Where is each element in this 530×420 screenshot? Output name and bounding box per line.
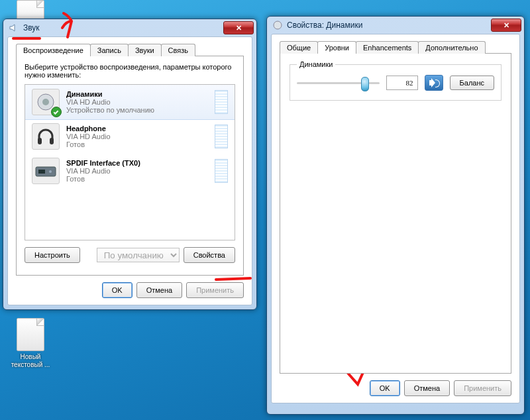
speaker-icon (9, 23, 19, 33)
speaker-unmuted-icon (429, 78, 439, 87)
tab-row: Общие Уровни Enhancements Дополнительно (280, 41, 511, 54)
tab-playback[interactable]: Воспроизведение (16, 44, 91, 56)
titlebar[interactable]: Звук ✕ (3, 19, 256, 36)
tab-sounds[interactable]: Звуки (128, 44, 162, 56)
file-icon (17, 318, 44, 351)
cancel-button[interactable]: Отмена (136, 282, 182, 298)
device-status: Готов (66, 175, 208, 183)
device-driver: VIA HD Audio (66, 132, 208, 140)
titlebar[interactable]: Свойства: Динамики ✕ (267, 17, 524, 34)
svg-point-7 (274, 21, 282, 29)
speakers-level-group: Динамики Баланс (290, 60, 502, 101)
apply-button[interactable]: Применить (454, 380, 511, 396)
device-name: Динамики (66, 90, 208, 98)
level-meter (215, 90, 228, 114)
spdif-device-icon (32, 158, 60, 184)
tab-recording[interactable]: Запись (90, 44, 129, 56)
tab-advanced[interactable]: Дополнительно (418, 41, 485, 54)
level-meter (215, 125, 228, 148)
speaker-icon (272, 20, 283, 30)
group-label: Динамики (297, 60, 335, 68)
default-check-icon (51, 107, 62, 117)
ok-button[interactable]: OK (370, 380, 400, 396)
device-driver: VIA HD Audio (66, 167, 208, 175)
tab-general[interactable]: Общие (280, 41, 318, 54)
svg-point-6 (49, 170, 52, 173)
volume-value-field[interactable] (386, 76, 418, 90)
close-button[interactable]: ✕ (491, 19, 521, 32)
level-meter (215, 159, 228, 183)
properties-dialog: Свойства: Динамики ✕ Общие Уровни Enhanc… (266, 16, 525, 415)
window-title: Свойства: Динамики (287, 21, 491, 30)
tab-row: Воспроизведение Запись Звуки Связь (16, 44, 244, 56)
device-item-spdif[interactable]: SPDIF Interface (TX0) VIA HD Audio Готов (25, 154, 235, 188)
desktop-icon-label: Новый текстовый ... (7, 353, 54, 369)
properties-button[interactable]: Свойства (184, 247, 235, 263)
svg-rect-3 (50, 138, 54, 144)
desktop-icon-textfile[interactable]: Новый текстовый ... (7, 318, 54, 369)
device-name: Headphone (66, 125, 208, 132)
device-name: SPDIF Interface (TX0) (66, 159, 208, 167)
mute-button[interactable] (425, 75, 443, 91)
cancel-button[interactable]: Отмена (404, 380, 450, 396)
tab-enhancements[interactable]: Enhancements (356, 41, 419, 54)
device-item-headphone[interactable]: Headphone VIA HD Audio Готов (25, 119, 235, 154)
balance-button[interactable]: Баланс (450, 76, 494, 90)
sound-dialog: Звук ✕ Воспроизведение Запись Звуки Связ… (3, 19, 257, 310)
apply-button[interactable]: Применить (186, 282, 244, 298)
svg-rect-2 (38, 138, 42, 144)
tab-communications[interactable]: Связь (161, 44, 195, 56)
device-status: Устройство по умолчанию (66, 106, 208, 114)
set-default-dropdown[interactable]: По умолчанию (97, 248, 180, 262)
volume-slider[interactable] (297, 82, 380, 84)
slider-thumb[interactable] (361, 77, 369, 91)
svg-point-1 (42, 99, 49, 105)
device-status: Готов (66, 140, 208, 148)
device-list[interactable]: Динамики VIA HD Audio Устройство по умол… (25, 84, 235, 240)
svg-rect-5 (38, 170, 45, 174)
device-item-speakers[interactable]: Динамики VIA HD Audio Устройство по умол… (25, 84, 235, 120)
device-driver: VIA HD Audio (66, 98, 208, 106)
headphone-device-icon (32, 123, 60, 150)
speaker-device-icon (32, 89, 60, 115)
window-title: Звук (23, 23, 223, 32)
instruction-text: Выберите устройство воспроизведения, пар… (25, 63, 235, 79)
close-button[interactable]: ✕ (223, 21, 254, 34)
ok-button[interactable]: OK (102, 282, 132, 298)
tab-levels[interactable]: Уровни (317, 41, 356, 54)
configure-button[interactable]: Настроить (25, 247, 80, 263)
